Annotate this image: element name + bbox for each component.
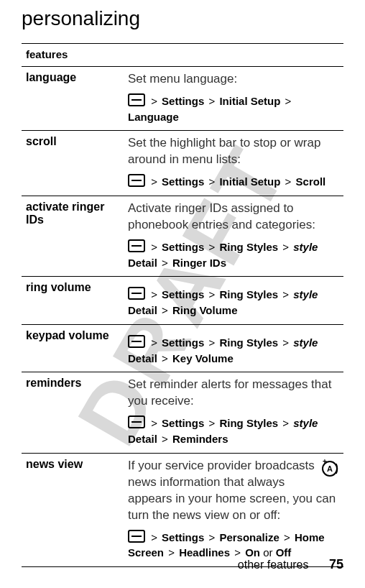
- feature-name: news view: [22, 453, 124, 566]
- feature-description: If your service provider broadcasts news…: [128, 458, 339, 524]
- feature-description: Set menu language:: [128, 71, 339, 88]
- menu-key-icon: [128, 239, 145, 252]
- table-row: news viewA+If your service provider broa…: [22, 453, 343, 566]
- table-row: languageSet menu language: > Settings > …: [22, 67, 343, 131]
- svg-text:A: A: [327, 464, 333, 473]
- table-row: activate ringer IDsActivate ringer IDs a…: [22, 196, 343, 277]
- feature-name: scroll: [22, 131, 124, 196]
- menu-path: > Settings > Initial Setup > Language: [128, 92, 339, 125]
- feature-cell: A+If your service provider broadcasts ne…: [124, 453, 343, 566]
- menu-path: > Settings > Personalize > Home Screen >…: [128, 528, 339, 561]
- feature-name: activate ringer IDs: [22, 196, 124, 277]
- network-feature-icon: A+: [320, 459, 339, 478]
- feature-name: reminders: [22, 372, 124, 453]
- page-title: personalizing: [22, 7, 343, 30]
- feature-cell: Set the highlight bar to stop or wrap ar…: [124, 131, 343, 196]
- features-header: features: [22, 44, 343, 67]
- feature-name: language: [22, 67, 124, 131]
- feature-name: ring volume: [22, 277, 124, 325]
- menu-key-icon: [128, 335, 145, 348]
- feature-description: Activate ringer IDs assigned to phoneboo…: [128, 201, 339, 234]
- feature-name: keypad volume: [22, 324, 124, 372]
- menu-key-icon: [128, 530, 145, 543]
- features-table: features languageSet menu language: > Se…: [22, 43, 343, 567]
- feature-cell: Set menu language: > Settings > Initial …: [124, 67, 343, 131]
- table-row: keypad volume > Settings > Ring Styles >…: [22, 324, 343, 372]
- feature-cell: > Settings > Ring Styles > style Detail …: [124, 277, 343, 325]
- feature-description: Set reminder alerts for messages that yo…: [128, 377, 339, 410]
- table-row: ring volume > Settings > Ring Styles > s…: [22, 277, 343, 325]
- menu-key-icon: [128, 287, 145, 300]
- menu-key-icon: [128, 93, 145, 106]
- menu-key-icon: [128, 174, 145, 187]
- page-content: personalizing features languageSet menu …: [0, 0, 365, 567]
- menu-key-icon: [128, 415, 145, 428]
- table-row: scrollSet the highlight bar to stop or w…: [22, 131, 343, 196]
- menu-path: > Settings > Ring Styles > style Detail …: [128, 285, 339, 318]
- menu-path: > Settings > Ring Styles > style Detail …: [128, 238, 339, 271]
- menu-path: > Settings > Ring Styles > style Detail …: [128, 334, 339, 367]
- table-row: remindersSet reminder alerts for message…: [22, 372, 343, 453]
- feature-description: Set the highlight bar to stop or wrap ar…: [128, 135, 339, 168]
- menu-path: > Settings > Initial Setup > Scroll: [128, 173, 339, 190]
- svg-text:+: +: [323, 459, 327, 465]
- table-header-row: features: [22, 44, 343, 67]
- feature-cell: Set reminder alerts for messages that yo…: [124, 372, 343, 453]
- feature-cell: Activate ringer IDs assigned to phoneboo…: [124, 196, 343, 277]
- menu-path: > Settings > Ring Styles > style Detail …: [128, 414, 339, 447]
- feature-cell: > Settings > Ring Styles > style Detail …: [124, 324, 343, 372]
